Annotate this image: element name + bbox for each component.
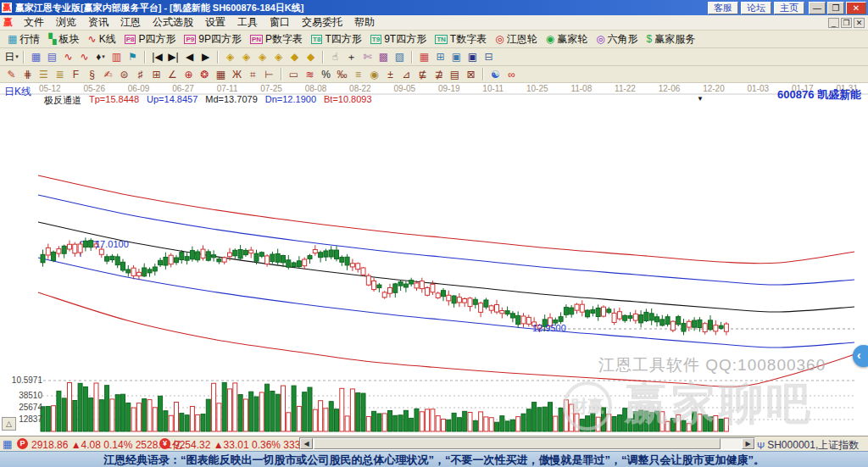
candle-style-dropdown[interactable]: ♦▾ [93,50,108,64]
n2-grid-tool[interactable]: ⊞ [149,67,164,81]
stamp-tool-icon: ▩ [379,51,388,63]
gann-wheel-button[interactable]: ◎江恩轮 [491,31,541,47]
f-line-tool[interactable]: ⋢ [415,67,430,81]
menu-item[interactable]: 帮助 [348,15,381,30]
star-burst-tool[interactable]: ❂ [198,67,212,81]
cross-box-tool[interactable]: ⊠ [464,67,478,81]
p9-square-button[interactable]: P99P四方形 [180,31,245,47]
panel-tool[interactable]: ▨ [392,50,407,64]
diamond-tool-2[interactable]: ◈ [239,50,253,64]
scroll-left-arrow[interactable]: ◀ [300,438,313,449]
bar-chart-red-icon[interactable]: ∿ [61,50,75,64]
red-frame-icon[interactable]: ▥ [109,50,124,64]
pen-tool[interactable]: ✎ [4,67,19,81]
target-cross-tool[interactable]: ⊕ [181,67,196,81]
kline-button-icon: ∿ [88,33,97,45]
wave-tool[interactable]: ≋ [303,67,317,81]
tab-daily-kline[interactable]: 日K线 [4,85,31,99]
crosshair-tool[interactable]: ＋ [344,50,359,64]
t-square-button[interactable]: T8T四方形 [307,31,366,47]
homepage-button[interactable]: 主页 [774,2,804,14]
t9-square-button[interactable]: T99T四方形 [366,31,431,47]
diamond-tool-4[interactable]: ◈ [271,50,286,64]
save-icon[interactable]: ▣ [449,50,464,64]
minimize-button[interactable]: — [809,2,826,14]
mdi-window-button[interactable]: ✕ [854,18,865,28]
mdi-window-button[interactable]: _ [828,18,839,28]
truck-icon[interactable]: ⊟ [481,50,496,64]
fan-lines-tool[interactable]: ☰ [36,67,51,81]
bar-chart-red2-icon[interactable]: ∿ [77,50,92,64]
winner-wheel-button[interactable]: ◉赢家轮 [542,31,592,47]
angle-tool[interactable]: ∠ [165,67,180,81]
quotes-button[interactable]: ▦行情 [3,31,44,47]
diamond-tool-3[interactable]: ◈ [255,50,270,64]
diamond-tool-5[interactable]: ◆ [287,50,302,64]
hash-tool[interactable]: ♯ [133,67,147,81]
menu-item[interactable]: 资讯 [82,15,114,30]
spiral-tool[interactable]: § [85,67,99,81]
hand-tool[interactable]: ☝ [328,50,342,64]
last-page-button[interactable]: ▶| [166,50,181,64]
sectors-button[interactable]: ▚板块 [44,31,83,47]
taiji-icon[interactable]: ☯ [488,67,503,81]
wedge-tool[interactable]: ⊿ [399,67,414,81]
p-square-button[interactable]: P8P四方形 [120,31,181,47]
disk-icon[interactable]: ▣ [465,50,480,64]
menu-item[interactable]: 交易委托 [296,15,348,30]
percent-tool[interactable]: % [319,67,333,81]
f-ruler-tool[interactable]: F [69,67,83,81]
t-digit-table-button[interactable]: TNT数字表 [431,31,491,47]
kline-button[interactable]: ∿K线 [84,31,120,47]
stamp-tool[interactable]: ▩ [376,50,391,64]
diamond-tool-1[interactable]: ◈ [223,50,237,64]
permille-tool[interactable]: ‰ [335,67,349,81]
service-button[interactable]: 客服 [708,2,738,14]
close-button[interactable]: ✕ [846,2,866,14]
horizontal-scrollbar[interactable]: ◀ ▶ [299,437,755,450]
gold-line-tool[interactable]: ± [383,67,398,81]
circle-tool[interactable]: ⊜ [117,67,131,81]
box-channel-tool[interactable]: ▭ [287,67,301,81]
tick-tool[interactable]: ⊢ [262,67,276,81]
fan-lines2-tool[interactable]: ≣ [53,67,67,81]
diamond-tool-6[interactable]: ◆ [303,50,318,64]
multi-line-tool[interactable]: ⋣ [431,67,446,81]
rail-tool[interactable]: ⌗ [246,67,260,81]
menu-item[interactable]: 江恩 [114,15,147,30]
scrollbar-thumb[interactable] [314,438,721,449]
draw-note-tool[interactable]: ✍ [101,67,115,81]
flag-icon[interactable]: ⚑ [125,50,140,64]
p-digit-table-button[interactable]: PNP数字表 [246,31,307,47]
levels-tool[interactable]: ≡ [351,67,365,81]
calendar-icon[interactable]: ▦ [417,50,431,64]
next-button[interactable]: ▶ [198,50,213,64]
menu-item[interactable]: 工具 [231,15,264,30]
menu-item[interactable]: 窗口 [264,15,296,30]
first-page-button[interactable]: |◀ [150,50,164,64]
block-tool[interactable]: ▤ [448,67,462,81]
infinity-icon[interactable]: ∞ [504,67,519,81]
forum-button[interactable]: 论坛 [741,2,771,14]
menu-item[interactable]: 公式选股 [147,15,199,30]
winner-service-button[interactable]: $赢家服务 [643,31,700,47]
zhe-tool[interactable]: Ж [230,67,244,81]
menu-item[interactable]: 浏览 [50,15,82,30]
maximize-button[interactable]: ❐ [827,2,844,14]
panel-toggle-button[interactable]: △ [2,417,16,431]
scroll-right-arrow[interactable]: ▶ [742,438,754,449]
measure-tool[interactable]: ✄ [360,50,375,64]
calculator-icon[interactable]: ⊞ [433,50,448,64]
period-day-dropdown[interactable]: 日▾ [4,50,19,64]
hexagon-button[interactable]: ◎六角形 [592,31,642,47]
market-grid-icon[interactable]: ▦ [3,438,12,450]
prev-button[interactable]: ◀ [182,50,197,64]
window-grid-icon[interactable]: ▦ [29,50,43,64]
grid-lines-tool[interactable]: ⋕ [20,67,35,81]
matrix-tool[interactable]: ▦ [214,67,228,81]
menu-item[interactable]: 文件 [18,15,50,30]
gold-circle-tool[interactable]: ◉ [367,67,381,81]
mdi-window-button[interactable]: ❐ [841,18,852,28]
menu-item[interactable]: 设置 [199,15,231,30]
quote-board-icon[interactable]: ▤ [45,50,59,64]
